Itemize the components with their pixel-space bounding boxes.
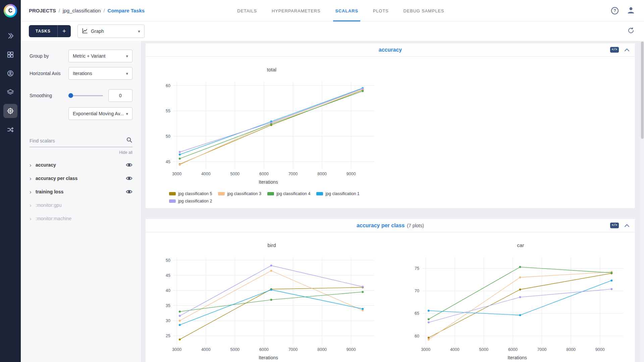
group-by-select[interactable]: Metric + Variant ▾	[68, 50, 132, 62]
tab-details[interactable]: DETAILS	[237, 0, 257, 21]
tasks-button[interactable]: TASKS	[29, 25, 57, 37]
chevron-right-icon[interactable]: ›	[30, 176, 36, 181]
legend-item[interactable]: jpg classification 5	[169, 191, 212, 196]
add-task-button[interactable]: +	[57, 25, 71, 37]
nav-item-datasets[interactable]	[3, 85, 17, 99]
find-scalars-search	[30, 137, 132, 147]
nav-rail: C	[0, 0, 21, 362]
hide-all-link[interactable]: Hide all	[30, 150, 132, 155]
layers-icon	[7, 88, 14, 96]
smoothing-type-select[interactable]: Exponential Moving Av... ▾	[68, 107, 132, 120]
scrollbar-thumb[interactable]	[641, 42, 644, 139]
svg-text:4000: 4000	[450, 347, 460, 352]
experiments-icon	[7, 107, 14, 115]
charts-scroll-area[interactable]: accuracy </> total	[142, 41, 644, 362]
line-chart[interactable]: 300040005000600070008000900045505560	[158, 78, 379, 179]
scalar-label: :monitor:machine	[36, 216, 71, 221]
scalar-row-monitor-machine[interactable]: › :monitor:machine	[30, 212, 132, 225]
chart-car[interactable]: car 300040005000600070008000900060657075…	[407, 242, 635, 362]
svg-text:30: 30	[166, 318, 170, 323]
horizontal-axis-select[interactable]: Iterations ▾	[68, 67, 132, 80]
clearml-logo[interactable]: C	[4, 4, 17, 17]
line-chart[interactable]: 3000400050006000700080009000253035404550	[158, 254, 379, 354]
collapse-section-button[interactable]	[624, 223, 630, 229]
line-chart[interactable]: 300040005000600070008000900060657075	[407, 254, 628, 354]
svg-text:9000: 9000	[595, 347, 605, 352]
scalar-row-training-loss[interactable]: › training loss	[30, 185, 132, 198]
section-plot-count: (7 plots)	[407, 223, 424, 228]
search-input[interactable]	[30, 138, 126, 143]
svg-text:8000: 8000	[566, 347, 576, 352]
scalar-row-accuracy[interactable]: › accuracy	[30, 158, 132, 172]
embed-code-icon[interactable]: </>	[610, 47, 619, 53]
nav-item-workers[interactable]	[3, 66, 17, 80]
chart-x-axis-label: Iterations	[158, 179, 379, 187]
smoothing-value-input[interactable]	[108, 89, 132, 102]
slider-knob[interactable]	[68, 93, 73, 98]
scalar-row-monitor-gpu[interactable]: › :monitor:gpu	[30, 198, 132, 212]
smoothing-slider[interactable]	[68, 93, 103, 98]
help-button[interactable]: ?	[610, 6, 619, 15]
scalar-label: training loss	[36, 189, 63, 194]
svg-text:65: 65	[415, 311, 419, 316]
breadcrumb-compare-tasks[interactable]: Compare Tasks	[108, 8, 145, 13]
tab-debug-samples[interactable]: DEBUG SAMPLES	[403, 0, 444, 21]
view-mode-select[interactable]: Graph ▾	[77, 24, 145, 38]
legend-item[interactable]: jpg classification 4	[267, 191, 310, 196]
caret-down-icon: ▾	[126, 111, 128, 116]
legend-swatch	[316, 192, 323, 195]
embed-code-icon[interactable]: </>	[610, 223, 619, 228]
svg-text:9000: 9000	[346, 172, 356, 176]
eye-icon[interactable]	[126, 163, 132, 167]
tasks-split-button: TASKS +	[29, 25, 71, 37]
svg-text:6000: 6000	[259, 347, 269, 352]
section-body: total 3000400050006000700080009000455055…	[146, 57, 635, 208]
svg-text:6000: 6000	[259, 172, 269, 176]
nav-item-experiments[interactable]	[3, 104, 17, 118]
chevron-right-icon[interactable]: ›	[30, 189, 36, 195]
tab-hyperparameters[interactable]: HYPERPARAMETERS	[272, 0, 320, 21]
chart-x-axis-label: Iterations	[158, 355, 379, 362]
chart-bird[interactable]: bird 30004000500060007000800090002530354…	[158, 242, 386, 362]
vertical-scrollbar[interactable]	[641, 41, 644, 362]
nav-item-getting-started[interactable]	[3, 29, 17, 43]
tab-scalars[interactable]: SCALARS	[335, 0, 358, 21]
legend-swatch	[218, 192, 225, 195]
chart-total[interactable]: total 3000400050006000700080009000455055…	[158, 67, 386, 203]
breadcrumb-projects[interactable]: PROJECTS	[29, 8, 56, 13]
search-icon[interactable]	[126, 137, 132, 144]
svg-text:50: 50	[166, 258, 170, 263]
caret-down-icon: ▾	[126, 54, 128, 59]
breadcrumb-separator: /	[59, 8, 60, 13]
section-header: accuracy per class (7 plots) </>	[146, 219, 635, 232]
legend-item[interactable]: jpg classification 3	[218, 191, 261, 196]
legend-label: jpg classification 5	[178, 191, 212, 196]
chart-title: total	[158, 67, 386, 78]
collapse-section-button[interactable]	[624, 47, 630, 53]
svg-text:7000: 7000	[537, 347, 547, 352]
group-by-value: Metric + Variant	[73, 53, 105, 59]
eye-icon[interactable]	[126, 176, 132, 181]
top-header: PROJECTS / jpg_classification / Compare …	[21, 0, 644, 21]
section-title: accuracy per class	[357, 223, 405, 229]
profile-button[interactable]	[627, 6, 635, 15]
nav-item-projects[interactable]	[3, 48, 17, 62]
chevron-right-icon[interactable]: ›	[30, 216, 36, 222]
refresh-icon	[627, 27, 635, 36]
tab-plots[interactable]: PLOTS	[373, 0, 389, 21]
svg-text:45: 45	[166, 160, 170, 164]
scalar-row-accuracy-per-class[interactable]: › accuracy per class	[30, 172, 132, 185]
legend-swatch	[169, 199, 176, 203]
avatar-icon	[627, 6, 635, 16]
chevron-right-icon[interactable]: ›	[30, 202, 36, 208]
breadcrumb-project[interactable]: jpg_classification	[63, 8, 101, 13]
legend-item[interactable]: jpg classification 1	[316, 191, 359, 196]
auto-refresh-button[interactable]	[627, 27, 635, 36]
legend-item[interactable]: jpg classification 2	[169, 199, 212, 203]
svg-text:35: 35	[166, 303, 170, 308]
eye-icon[interactable]	[126, 189, 132, 194]
chevron-right-icon[interactable]: ›	[30, 162, 36, 168]
nav-item-pipelines[interactable]	[3, 123, 17, 137]
svg-text:6000: 6000	[508, 347, 518, 352]
section-accuracy: accuracy </> total	[145, 43, 635, 208]
